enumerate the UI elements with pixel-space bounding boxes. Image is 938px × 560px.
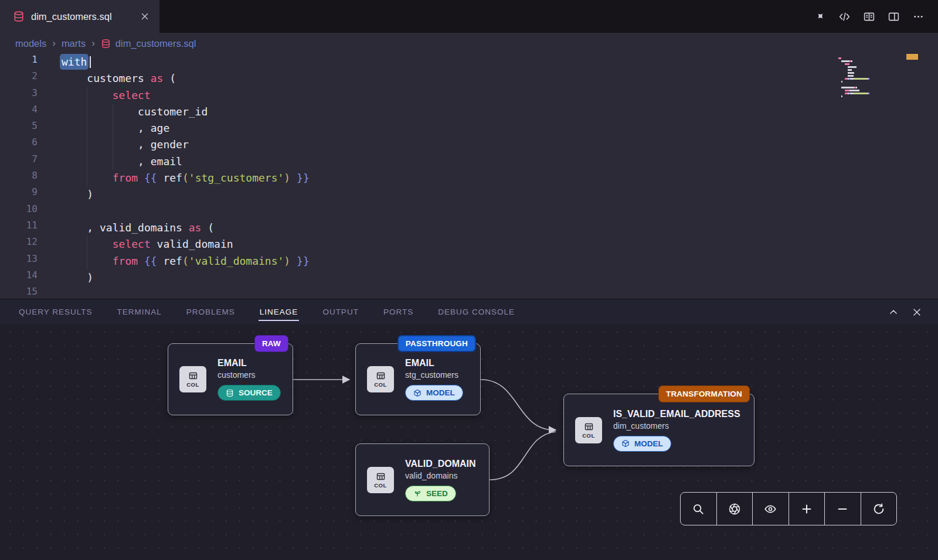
node-text: IS_VALID_EMAIL_ADDRESSdim_customersMODEL (613, 409, 740, 452)
panel-tab-output[interactable]: OUTPUT (322, 299, 359, 325)
resource-badge-seed: SEED (405, 486, 456, 501)
cube-icon (413, 389, 422, 397)
line-number: 10 (0, 203, 38, 220)
column-icon: COL (179, 366, 206, 392)
panel-tab-ports[interactable]: PORTS (383, 299, 413, 325)
node-subtitle: valid_domains (405, 471, 476, 480)
lineage-node-customers[interactable]: RAWCOLEMAILcustomersSOURCE (168, 343, 293, 415)
breadcrumb-item-marts[interactable]: marts (62, 38, 86, 49)
code-button[interactable] (834, 6, 855, 27)
code-line[interactable]: , gender (62, 136, 832, 153)
database-icon (101, 39, 111, 49)
resource-badge-source: SOURCE (217, 385, 281, 401)
tag-badge-passthrough: PASSTHROUGH (397, 335, 476, 352)
resource-badge-model: MODEL (405, 385, 463, 401)
node-body: COLVALID_DOMAINvalid_domainsSEED (356, 444, 489, 515)
line-number: 13 (0, 253, 38, 269)
node-text: EMAILcustomersSOURCE (217, 358, 281, 401)
minimap-line (838, 90, 912, 91)
node-body: COLEMAILcustomersSOURCE (168, 344, 293, 415)
zoom-in-button[interactable] (789, 493, 825, 525)
code-line[interactable]: from {{ ref('valid_domains') }} (62, 253, 832, 269)
sparkle-icon (814, 11, 826, 23)
code-line[interactable]: , email (62, 153, 832, 170)
panel-collapse-icon[interactable] (888, 306, 899, 318)
breadcrumb-item-dim_customers-sql[interactable]: dim_customers.sql (101, 38, 196, 49)
node-subtitle: dim_customers (613, 421, 740, 431)
column-icon: COL (367, 467, 394, 493)
line-number: 2 (0, 70, 38, 87)
table-icon (376, 371, 386, 381)
aperture-button[interactable] (716, 493, 753, 525)
code-line[interactable]: , valid_domains as ( (62, 220, 832, 236)
lineage-node-dim_customers[interactable]: TRANSFORMATIONCOLIS_VALID_EMAIL_ADDRESSd… (563, 394, 755, 466)
code-line[interactable]: customer_id (62, 104, 832, 120)
column-label: COL (374, 482, 387, 489)
layout-columns-button[interactable] (859, 6, 879, 27)
line-number: 11 (0, 220, 38, 236)
line-number: 4 (0, 104, 38, 120)
minimap-marker (906, 54, 918, 60)
column-icon: COL (367, 366, 394, 392)
panel-tab-query-results[interactable]: QUERY RESULTS (19, 299, 93, 325)
zoom-out-button[interactable] (824, 493, 861, 525)
aperture-icon (728, 503, 741, 515)
minimap[interactable] (838, 57, 912, 101)
minimap-line (838, 72, 912, 74)
code-line[interactable] (62, 203, 832, 220)
lineage-node-stg_customers[interactable]: PASSTHROUGHCOLEMAILstg_customersMODEL (355, 343, 481, 415)
panel-tab-lineage[interactable]: LINEAGE (260, 299, 298, 325)
refresh-icon (872, 503, 885, 515)
database-icon (226, 389, 234, 397)
tab-close-icon[interactable] (140, 11, 150, 22)
code-line[interactable]: select valid_domain (62, 236, 832, 252)
search-icon (692, 503, 705, 515)
code-line[interactable]: ) (62, 269, 832, 286)
panel-close-icon[interactable] (911, 306, 923, 318)
resource-badge-model: MODEL (613, 436, 671, 452)
code-icon (838, 11, 851, 23)
panel-tab-terminal[interactable]: TERMINAL (117, 299, 162, 325)
code-line[interactable]: from {{ ref('stg_customers') }} (62, 170, 832, 186)
tag-badge-transformation: TRANSFORMATION (658, 385, 750, 402)
minimap-line (838, 95, 912, 97)
breadcrumb: models›marts›dim_customers.sql (0, 33, 938, 54)
column-label: COL (374, 381, 387, 388)
code-line[interactable]: select (62, 87, 832, 104)
zoom-out-icon (836, 503, 849, 515)
tab-dim-customers-sql[interactable]: dim_customers.sql (0, 0, 159, 33)
app-window: dim_customers.sql models›marts›dim_custo… (0, 0, 938, 560)
search-button[interactable] (681, 493, 716, 525)
minimap-line (838, 93, 912, 94)
code-line[interactable]: ) (62, 186, 832, 203)
node-title: IS_VALID_EMAIL_ADDRESS (613, 409, 740, 419)
lineage-node-valid_domains[interactable]: COLVALID_DOMAINvalid_domainsSEED (355, 443, 490, 516)
table-icon (188, 371, 198, 381)
zoom-in-icon (800, 503, 813, 515)
node-title: EMAIL (405, 358, 463, 368)
node-title: VALID_DOMAIN (405, 459, 476, 469)
panel-tab-problems[interactable]: PROBLEMS (186, 299, 235, 325)
code-editor[interactable]: 123456789101112131415 with customers as … (0, 54, 938, 299)
line-number: 5 (0, 120, 38, 136)
column-label: COL (582, 432, 595, 439)
line-number: 7 (0, 153, 38, 170)
split-editor-icon (888, 11, 900, 23)
code-line[interactable] (62, 286, 832, 299)
refresh-button[interactable] (861, 493, 897, 525)
line-number: 9 (0, 186, 38, 203)
split-editor-button[interactable] (883, 6, 904, 27)
code-line[interactable]: with (62, 54, 832, 70)
breadcrumb-item-models[interactable]: models (15, 38, 46, 49)
code-line[interactable]: customers as ( (62, 70, 832, 87)
line-number: 15 (0, 286, 38, 299)
more-actions-button[interactable] (908, 6, 929, 27)
panel-tabs: QUERY RESULTSTERMINALPROBLEMSLINEAGEOUTP… (0, 299, 515, 325)
line-number: 1 (0, 54, 38, 70)
minimap-line (838, 84, 912, 86)
lineage-canvas[interactable]: RAWCOLEMAILcustomersSOURCEPASSTHROUGHCOL… (0, 325, 938, 560)
sparkle-button[interactable] (810, 6, 830, 27)
panel-tab-debug-console[interactable]: DEBUG CONSOLE (438, 299, 515, 325)
code-line[interactable]: , age (62, 120, 832, 136)
eye-button[interactable] (752, 493, 789, 525)
